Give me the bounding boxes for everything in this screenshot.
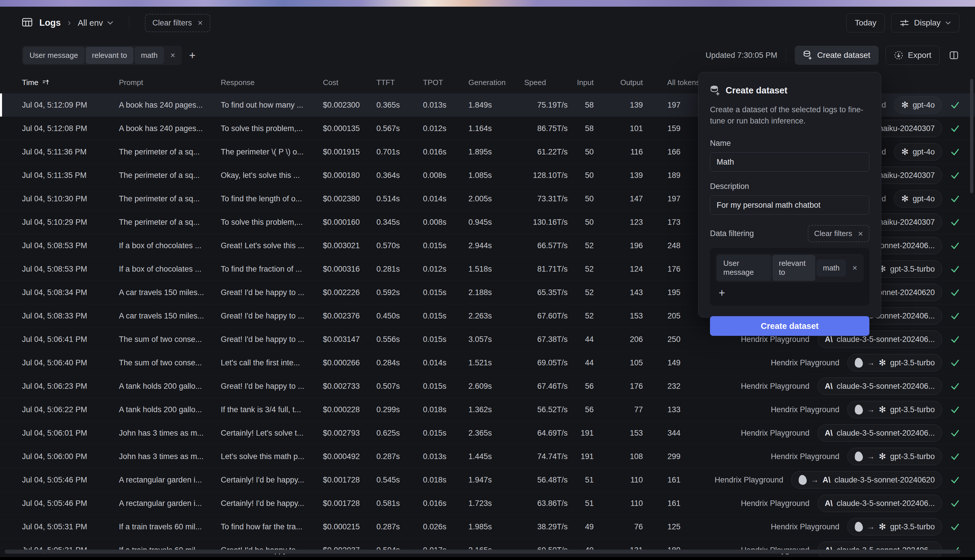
cell-time: Jul 04, 5:10:30 PM	[22, 194, 119, 203]
modal-create-dataset-button[interactable]: Create dataset	[710, 316, 869, 336]
model-badge[interactable]: →✻gpt-3.5-turbo	[847, 401, 942, 418]
toolbar-actions: Updated 7:30:05 PM Create dataset Export	[706, 46, 959, 65]
close-icon[interactable]: ×	[858, 229, 863, 238]
horizontal-scrollbar[interactable]	[5, 550, 960, 553]
model-badge[interactable]: →A\claude-3-5-sonnet-20240620	[791, 471, 942, 488]
cell-ttft: 0.545s	[377, 475, 423, 485]
column-header-tpot[interactable]: TPOT	[423, 78, 468, 87]
close-icon[interactable]: ×	[198, 18, 203, 27]
modal-filter-value[interactable]: math	[817, 260, 846, 277]
row-meta: Hendrix Playground→✻gpt-3.5-turbo	[680, 401, 975, 418]
column-header-speed[interactable]: Speed	[524, 78, 568, 87]
modal-submit-label: Create dataset	[761, 322, 819, 331]
column-header-time[interactable]: Time	[22, 78, 119, 87]
cell-generation: 1.849s	[468, 101, 524, 110]
cell-all_tokens: 161	[643, 475, 680, 485]
window-bottom-edge	[0, 557, 975, 560]
cell-input: 58	[568, 124, 594, 133]
env-selector[interactable]: All env	[78, 18, 113, 28]
vertical-scrollbar[interactable]	[970, 79, 973, 193]
columns-panel-icon[interactable]	[948, 50, 959, 61]
model-badge[interactable]: A\claude-3-5-sonnet-202406...	[818, 424, 942, 442]
cell-prompt: The perimeter of a sq...	[119, 148, 221, 157]
cell-all_tokens: 248	[643, 241, 680, 250]
model-badge[interactable]: →✻gpt-3.5-turbo	[847, 448, 942, 465]
model-badge[interactable]: ✻gpt-4o	[894, 143, 942, 160]
remove-filter-icon[interactable]: ×	[165, 48, 180, 63]
cell-ttft: 0.625s	[377, 429, 423, 438]
modal-clear-filters-button[interactable]: Clear filters ×	[808, 225, 869, 242]
modal-add-filter-button[interactable]: +	[716, 282, 863, 300]
log-row[interactable]: Jul 04, 5:05:31 PMIf a train travels 60 …	[0, 515, 975, 538]
cell-speed: 128.10T/s	[524, 171, 568, 180]
cell-speed: 73.31T/s	[524, 194, 568, 203]
cell-input: 51	[568, 499, 594, 508]
cell-generation: 1.895s	[468, 148, 524, 157]
cell-response: Great! I'd be happy to ...	[221, 312, 323, 320]
data-filtering-row: Data filtering Clear filters ×	[710, 225, 869, 242]
cell-cost: $0.002300	[323, 101, 377, 110]
add-filter-button[interactable]: +	[189, 50, 196, 61]
column-header-all_tokens[interactable]: All tokens	[643, 78, 680, 87]
cell-all_tokens: 344	[643, 429, 680, 438]
desktop-wallpaper-strip	[0, 0, 975, 7]
filter-value[interactable]: math	[135, 47, 164, 64]
row-meta: Hendrix Playground→✻gpt-3.5-turbo	[680, 518, 975, 535]
clear-filters-button[interactable]: Clear filters ×	[145, 14, 210, 32]
cell-speed: 67.46T/s	[524, 382, 568, 391]
modal-filter-chip[interactable]: User message relevant to math ×	[716, 254, 863, 282]
log-row[interactable]: Jul 04, 5:06:22 PMA tank holds 200 gallo…	[0, 398, 975, 422]
modal-remove-filter-icon[interactable]: ×	[847, 260, 862, 276]
log-row[interactable]: Jul 04, 5:06:23 PMA tank holds 200 gallo…	[0, 375, 975, 398]
model-badge[interactable]: →✻gpt-3.5-turbo	[847, 518, 942, 535]
custom-model-icon	[798, 474, 807, 485]
log-row[interactable]: Jul 04, 5:06:01 PMJohn has 3 times as m.…	[0, 422, 975, 445]
filter-operator[interactable]: relevant to	[86, 47, 133, 64]
cell-cost: $0.000160	[323, 218, 377, 227]
cell-cost: $0.003021	[323, 241, 377, 250]
modal-clear-filters-label: Clear filters	[814, 229, 852, 238]
modal-filter-operator[interactable]: relevant to	[772, 255, 815, 281]
cell-generation: 1.521s	[468, 358, 524, 367]
cell-cost: $0.002376	[323, 312, 377, 320]
export-button[interactable]: Export	[886, 46, 940, 65]
cell-output: 176	[594, 382, 643, 391]
cell-all_tokens: 250	[643, 335, 680, 344]
filter-field[interactable]: User message	[23, 47, 85, 64]
cell-tpot: 0.026s	[423, 522, 468, 532]
display-button[interactable]: Display	[891, 13, 959, 32]
today-button[interactable]: Today	[846, 13, 885, 32]
description-input[interactable]: For my personal math chatbot	[710, 195, 869, 215]
model-badge[interactable]: ✻gpt-4o	[894, 190, 942, 207]
active-filter-chip[interactable]: User message relevant to math ×	[22, 46, 182, 65]
model-badge[interactable]: A\claude-3-5-sonnet-202406...	[818, 495, 942, 512]
log-row[interactable]: Jul 04, 5:05:46 PMA rectangular garden i…	[0, 468, 975, 492]
name-input[interactable]: Math	[710, 152, 869, 172]
anthropic-icon: A\	[825, 335, 833, 344]
column-header-generation[interactable]: Generation	[468, 78, 524, 87]
cell-tpot: 0.013s	[423, 452, 468, 461]
cell-ttft: 0.365s	[377, 101, 423, 110]
cell-cost: $0.000215	[323, 522, 377, 532]
log-row[interactable]: Jul 04, 5:06:40 PMThe sum of two conse..…	[0, 351, 975, 375]
column-header-cost[interactable]: Cost	[323, 78, 377, 87]
create-dataset-button[interactable]: Create dataset	[795, 46, 879, 65]
column-header-input[interactable]: Input	[568, 78, 594, 87]
cell-output: 143	[594, 288, 643, 297]
model-badge[interactable]: A\claude-3-5-sonnet-202406...	[818, 377, 942, 395]
log-row[interactable]: Jul 04, 5:05:46 PMA rectangular garden i…	[0, 492, 975, 515]
cell-tpot: 0.016s	[423, 148, 468, 157]
log-row[interactable]: Jul 04, 5:06:00 PMJohn has 3 times as m.…	[0, 445, 975, 468]
today-label: Today	[855, 18, 876, 27]
column-header-prompt[interactable]: Prompt	[119, 78, 221, 87]
model-badge[interactable]: →✻gpt-3.5-turbo	[847, 354, 942, 372]
cell-all_tokens: 125	[643, 522, 680, 532]
column-header-output[interactable]: Output	[594, 78, 643, 87]
model-badge[interactable]: ✻gpt-4o	[894, 96, 942, 114]
column-header-ttft[interactable]: TTFT	[377, 78, 423, 87]
cell-time: Jul 04, 5:10:29 PM	[22, 218, 119, 227]
cell-generation: 1.723s	[468, 499, 524, 508]
column-header-response[interactable]: Response	[221, 78, 323, 87]
modal-filter-field[interactable]: User message	[717, 255, 771, 281]
log-row[interactable]: Jul 04, 5:05:31 PMIf a train travels 60 …	[0, 538, 975, 560]
